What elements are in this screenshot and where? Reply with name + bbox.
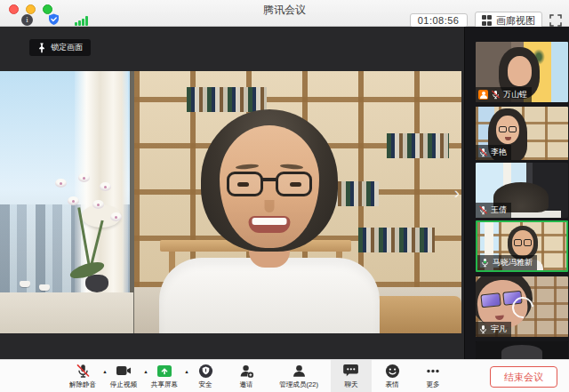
scene-books <box>387 133 449 158</box>
members-icon <box>292 364 307 379</box>
share-screen-label: 共享屏幕 <box>151 380 178 388</box>
security-button[interactable]: 安全 <box>185 360 226 392</box>
grid-icon <box>482 15 493 26</box>
more-icon <box>425 364 441 379</box>
network-signal-icon[interactable] <box>75 16 88 26</box>
muted-mic-icon <box>491 90 501 100</box>
stop-video-label: 停止视频 <box>110 380 137 388</box>
manage-members-label: 管理成员(22) <box>279 380 318 388</box>
more-label: 更多 <box>426 380 439 388</box>
main-stage: 锁定画面 <box>0 27 464 359</box>
participant-tile-partial[interactable] <box>476 341 568 359</box>
emoji-button[interactable]: 表情 <box>372 360 413 392</box>
scene-pot <box>85 275 108 292</box>
participant-tile-active-speaker[interactable]: 马晓冯雅新 <box>476 220 568 272</box>
fullscreen-button[interactable] <box>549 14 562 27</box>
main-speaker <box>158 120 381 333</box>
chat-icon <box>343 364 359 379</box>
speaker-glasses <box>223 172 316 200</box>
mic-icon <box>478 324 488 334</box>
invite-button[interactable]: 邀请 <box>226 360 267 392</box>
participant-video <box>476 341 568 359</box>
camera-icon <box>116 364 132 379</box>
meeting-timer: 01:08:56 <box>410 13 468 28</box>
end-meeting-button[interactable]: 结束会议 <box>490 366 557 388</box>
chat-button[interactable]: 聊天 <box>331 360 372 392</box>
participant-tile[interactable]: 万山锃 <box>476 42 568 102</box>
emoji-label: 表情 <box>385 380 398 388</box>
chat-label: 聊天 <box>344 380 357 388</box>
security-label: 安全 <box>198 380 212 388</box>
next-page-chevron[interactable] <box>451 183 463 203</box>
scene-orchid <box>43 177 128 276</box>
active-mic-icon <box>480 258 490 268</box>
invite-icon <box>239 364 254 379</box>
more-button[interactable]: 更多 <box>413 360 453 392</box>
pin-icon <box>37 43 46 53</box>
participant-name: 王倩 <box>491 204 507 216</box>
muted-mic-icon <box>478 148 488 157</box>
app-window: 腾讯会议 01:08:56 画廊视图 锁定画面 <box>0 0 569 392</box>
security-icon <box>198 364 213 379</box>
name-label-bar: 宇凡 <box>476 322 511 337</box>
participant-name: 马晓冯雅新 <box>493 257 533 268</box>
name-label-bar: 王倩 <box>476 203 511 218</box>
mic-muted-icon <box>76 364 91 379</box>
name-label-bar: 马晓冯雅新 <box>477 255 537 270</box>
speaker-face <box>210 115 329 248</box>
manage-members-button[interactable]: 管理成员(22) <box>267 360 331 392</box>
toolbar: 解除静音 停止视频 共享屏幕 安全 邀 <box>0 359 569 392</box>
scene-side-table <box>0 292 133 333</box>
invite-label: 邀请 <box>239 380 252 388</box>
participant-name: 宇凡 <box>491 324 507 335</box>
scene-books <box>187 87 267 112</box>
main-video <box>0 71 461 333</box>
gallery-view-label: 画廊视图 <box>496 14 535 28</box>
speaker-shirt <box>159 258 380 333</box>
participant-name: 李艳 <box>491 147 507 158</box>
emoji-icon <box>385 364 400 379</box>
muted-mic-icon <box>478 205 488 215</box>
meeting-info-icon[interactable] <box>21 14 33 26</box>
participant-tile[interactable]: 王倩 <box>476 163 568 218</box>
host-badge <box>478 90 488 100</box>
scene-teacup <box>39 284 50 291</box>
lock-view-label: 锁定画面 <box>51 42 83 53</box>
participant-tile[interactable]: 宇凡 <box>476 276 568 337</box>
share-screen-icon <box>156 364 172 379</box>
name-label-bar: 李艳 <box>476 145 511 160</box>
participant-name: 万山锃 <box>503 89 527 100</box>
unmute-label: 解除静音 <box>69 380 96 388</box>
name-label-bar: 万山锃 <box>476 87 532 102</box>
share-screen-button[interactable]: 共享屏幕 <box>144 360 185 392</box>
scene-teacup <box>20 281 30 287</box>
unmute-button[interactable]: 解除静音 <box>62 360 103 392</box>
lock-view-button[interactable]: 锁定画面 <box>29 39 91 56</box>
window-titlebar: 腾讯会议 01:08:56 画廊视图 <box>0 0 569 27</box>
security-shield-icon[interactable] <box>48 13 60 26</box>
participants-sidebar: 万山锃 李艳 <box>464 27 569 359</box>
participant-tile[interactable]: 李艳 <box>476 107 568 160</box>
stop-video-button[interactable]: 停止视频 <box>103 360 144 392</box>
